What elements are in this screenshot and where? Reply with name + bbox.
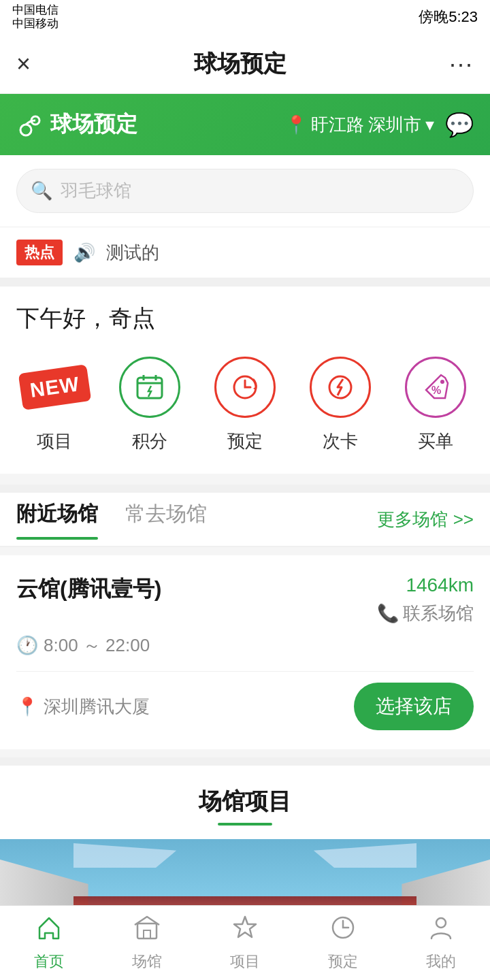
nav-label-mine: 我的	[426, 951, 456, 972]
venue-name-wrap: 云馆(腾讯壹号)	[16, 574, 161, 604]
menu-label-pay: 买单	[418, 429, 453, 453]
star-svg	[231, 914, 259, 941]
nav-item-venue[interactable]: 场馆	[113, 914, 181, 972]
search-icon: 🔍	[31, 180, 52, 201]
tab-nearby[interactable]: 附近场馆	[16, 499, 98, 540]
venue-card-header: 云馆(腾讯壹号) 1464km 📞 联系场馆	[16, 574, 474, 625]
section-title: 场馆项目	[199, 786, 291, 826]
menu-item-project[interactable]: NEW 项目	[14, 355, 95, 453]
search-bar[interactable]: 🔍 羽毛球馆	[16, 169, 474, 213]
address-text: 深圳腾讯大厦	[44, 695, 150, 719]
speaker-icon: 🔊	[74, 242, 95, 263]
address-pin-icon: 📍	[16, 696, 38, 717]
hot-tag: 热点	[16, 240, 63, 265]
carrier2: 中国移动	[12, 17, 59, 31]
menu-label-points: 积分	[132, 429, 167, 453]
bolt-circle-icon	[325, 372, 355, 402]
nav-item-booking[interactable]: 预定	[309, 914, 377, 972]
project-nav-icon	[231, 914, 259, 947]
svg-point-13	[436, 918, 446, 928]
booking-circle-icon	[214, 357, 276, 418]
venue-hours: 🕐 8:00 ～ 22:00	[16, 634, 474, 657]
venue-icon	[133, 914, 161, 947]
card-circle-icon	[310, 357, 371, 418]
search-input[interactable]: 羽毛球馆	[61, 179, 131, 203]
tabs-left: 附近场馆 常去场馆	[16, 499, 207, 540]
brand-logo: 球场预定	[16, 110, 137, 140]
divider3	[0, 757, 490, 766]
nav-label-home: 首页	[34, 951, 64, 972]
venue-tabs: 附近场馆 常去场馆 更多场馆 >>	[0, 493, 490, 547]
points-circle-icon	[119, 357, 180, 418]
more-venues-link[interactable]: 更多场馆 >>	[377, 508, 474, 532]
svg-rect-11	[144, 930, 150, 938]
hours-text: 8:00 ～ 22:00	[44, 634, 150, 657]
menu-label-card: 次卡	[323, 429, 358, 453]
clock-icon: 🕐	[16, 635, 38, 656]
greeting-text: 下午好，奇点	[16, 305, 155, 331]
roof-right	[314, 843, 416, 868]
mine-icon	[427, 914, 455, 947]
clock-svg	[329, 914, 357, 941]
divider1	[0, 278, 490, 287]
nav-item-mine[interactable]: 我的	[407, 914, 475, 972]
menu-item-booking[interactable]: 预定	[204, 355, 286, 453]
location-info[interactable]: 📍 盱江路 深圳市 ▾	[285, 113, 434, 137]
green-header: 球场预定 📍 盱江路 深圳市 ▾ 💬	[0, 94, 490, 155]
pay-icon-wrap: %	[403, 355, 468, 420]
phone-icon: 📞	[377, 603, 399, 624]
chat-icon[interactable]: 💬	[445, 111, 474, 138]
roof-left	[74, 843, 176, 868]
venue-distance: 1464km	[406, 574, 474, 596]
hot-bar: 热点 🔊 测试的	[0, 227, 490, 278]
close-button[interactable]: ×	[16, 50, 31, 78]
chevron-down-icon: ▾	[425, 114, 434, 135]
percent-tag-icon: %	[421, 372, 451, 402]
venue-card: 云馆(腾讯壹号) 1464km 📞 联系场馆 🕐 8:00 ～ 22:00 📍 …	[0, 555, 490, 749]
person-svg	[427, 914, 455, 941]
title-bar: × 球场预定 ···	[0, 34, 490, 94]
venue-address: 📍 深圳腾讯大厦	[16, 695, 150, 719]
status-bar: 中国电信 中国移动 傍晚5:23	[0, 0, 490, 34]
menu-item-points[interactable]: 积分	[109, 355, 191, 453]
page-title: 球场预定	[194, 48, 287, 80]
home-icon	[35, 914, 63, 947]
greeting-section: 下午好，奇点	[0, 287, 490, 341]
tab-frequent[interactable]: 常去场馆	[125, 499, 207, 540]
menu-label-project: 项目	[37, 429, 72, 453]
venue-name: 云馆(腾讯壹号)	[16, 574, 161, 604]
menu-item-pay[interactable]: % 买单	[395, 355, 476, 453]
calendar-flash-icon	[135, 372, 165, 402]
menu-label-booking: 预定	[227, 429, 263, 453]
home-svg	[35, 914, 63, 941]
menu-item-card[interactable]: 次卡	[299, 355, 381, 453]
card-icon-wrap	[308, 355, 373, 420]
select-venue-button[interactable]: 选择该店	[354, 683, 474, 730]
nav-item-home[interactable]: 首页	[15, 914, 83, 972]
brand-icon	[16, 111, 44, 138]
svg-point-0	[20, 125, 31, 135]
carrier1: 中国电信	[12, 3, 59, 17]
bottom-nav: 首页 场馆 项目 预定	[0, 905, 490, 980]
hot-text: 测试的	[106, 241, 159, 265]
location-street: 盱江路	[311, 113, 364, 137]
header-right: 📍 盱江路 深圳市 ▾ 💬	[285, 111, 474, 138]
clock-arrow-icon	[230, 372, 260, 402]
more-button[interactable]: ···	[449, 50, 474, 78]
booking-nav-icon	[329, 914, 357, 947]
booking-icon-wrap	[212, 355, 278, 420]
pay-circle-icon: %	[405, 357, 466, 418]
venue-right-col: 1464km 📞 联系场馆	[377, 574, 474, 625]
svg-text:%: %	[431, 385, 441, 396]
points-icon-wrap	[117, 355, 182, 420]
nav-item-project[interactable]: 项目	[211, 914, 279, 972]
time-display: 傍晚5:23	[419, 7, 478, 27]
contact-label: 联系场馆	[403, 602, 474, 625]
venue-contact[interactable]: 📞 联系场馆	[377, 602, 474, 625]
nav-label-booking: 预定	[328, 951, 358, 972]
location-pin-icon: 📍	[285, 114, 307, 135]
section-title-wrap: 场馆项目	[0, 766, 490, 839]
status-right: 傍晚5:23	[419, 7, 478, 27]
project-icon-wrap: NEW	[22, 355, 87, 420]
new-badge-icon: NEW	[24, 357, 85, 418]
